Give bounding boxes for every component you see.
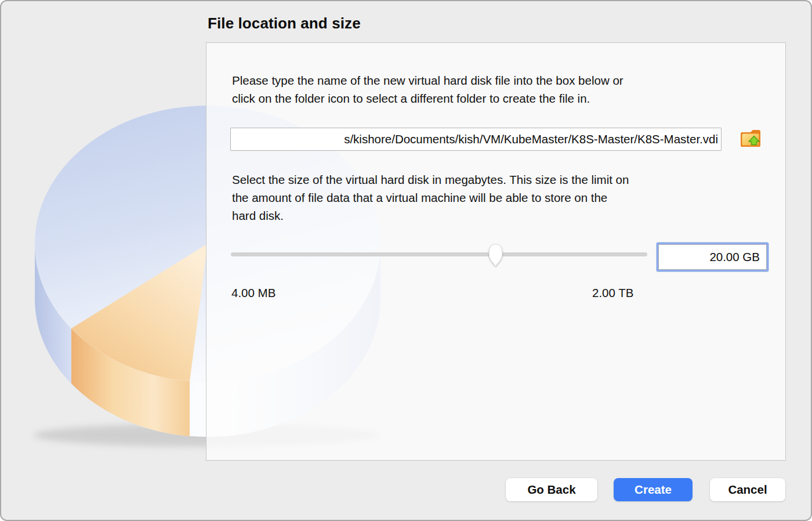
folder-up-arrow-icon <box>740 128 762 150</box>
go-back-button[interactable]: Go Back <box>506 478 597 501</box>
instruction-line: Select the size of the virtual hard disk… <box>232 171 768 189</box>
slider-max-label: 2.00 TB <box>592 286 633 300</box>
disk-size-instructions: Select the size of the virtual hard disk… <box>232 171 768 225</box>
disk-size-input[interactable] <box>658 244 767 270</box>
file-location-size-dialog: File location and size Please type the n… <box>0 0 812 521</box>
instruction-line: Please type the name of the new virtual … <box>232 71 768 89</box>
file-location-instructions: Please type the name of the new virtual … <box>232 71 768 107</box>
settings-panel: Please type the name of the new virtual … <box>206 42 786 461</box>
instruction-line: hard disk. <box>232 207 768 225</box>
file-path-input[interactable] <box>230 128 722 151</box>
instruction-line: click on the folder icon to select a dif… <box>232 89 768 107</box>
cancel-button[interactable]: Cancel <box>710 478 785 501</box>
disk-size-slider-thumb[interactable] <box>488 243 503 267</box>
instruction-line: the amount of file data that a virtual m… <box>232 189 768 207</box>
page-title: File location and size <box>208 15 361 32</box>
slider-min-label: 4.00 MB <box>231 286 276 300</box>
disk-size-slider-track[interactable] <box>231 252 647 256</box>
choose-folder-button[interactable] <box>740 128 762 150</box>
create-button[interactable]: Create <box>614 478 693 501</box>
